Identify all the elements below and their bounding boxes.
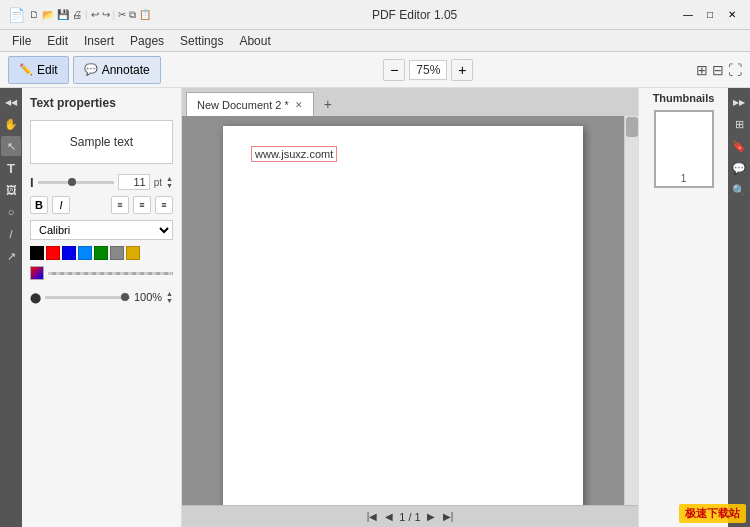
page-navigation: |◀ ◀ 1 / 1 ▶ ▶|: [182, 505, 638, 527]
vertical-scrollbar[interactable]: [624, 116, 638, 505]
gradient-bar: [48, 272, 173, 275]
color-gray[interactable]: [110, 246, 124, 260]
annotate-button[interactable]: 💬 Annotate: [73, 56, 161, 84]
color-green[interactable]: [94, 246, 108, 260]
ti-copy[interactable]: ⧉: [129, 9, 136, 21]
ti-save[interactable]: 💾: [57, 9, 69, 21]
align-center-button[interactable]: ≡: [133, 196, 151, 214]
zoom-in-button[interactable]: +: [451, 59, 473, 81]
close-button[interactable]: ✕: [722, 5, 742, 25]
ti-paste[interactable]: 📋: [139, 9, 151, 21]
properties-panel: Text properties Sample text I 11 pt ▲ ▼ …: [22, 88, 182, 527]
panel-title: Text properties: [30, 96, 173, 110]
fullscreen-icon[interactable]: ⛶: [728, 62, 742, 78]
last-page-button[interactable]: ▶|: [441, 511, 456, 522]
title-bar-left: 📄 🗋 📂 💾 🖨 | ↩ ↪ | ✂ ⧉ 📋: [8, 7, 151, 23]
custom-color-row: [30, 266, 173, 280]
doc-scroll[interactable]: www.jsuxz.comt: [182, 116, 624, 505]
app-icon: 📄: [8, 7, 25, 23]
color-black[interactable]: [30, 246, 44, 260]
ti-print[interactable]: 🖨: [72, 9, 82, 21]
color-red[interactable]: [46, 246, 60, 260]
menu-pages[interactable]: Pages: [122, 32, 172, 50]
fit-page-icon[interactable]: ⊟: [712, 62, 724, 78]
tool-select[interactable]: ↖: [1, 136, 21, 156]
prev-page-button[interactable]: ◀: [383, 511, 395, 522]
thumbnail-page-num: 1: [679, 171, 689, 186]
zoom-control: − 75% +: [383, 59, 473, 81]
tool-arrow[interactable]: ↗: [1, 246, 21, 266]
rtool-bookmark[interactable]: 🔖: [729, 136, 749, 156]
tool-shape[interactable]: ○: [1, 202, 21, 222]
thumbnail-item[interactable]: 1: [654, 110, 714, 188]
custom-color-swatch[interactable]: [30, 266, 44, 280]
ti-redo[interactable]: ↪: [102, 9, 110, 21]
opacity-down[interactable]: ▼: [166, 297, 173, 304]
color-lightblue[interactable]: [78, 246, 92, 260]
font-size-value[interactable]: 11: [118, 174, 150, 190]
page-indicator: 1 / 1: [399, 511, 420, 523]
color-yellow[interactable]: [126, 246, 140, 260]
tool-text[interactable]: T: [1, 158, 21, 178]
next-page-button[interactable]: ▶: [425, 511, 437, 522]
font-selector[interactable]: Calibri Arial Times New Roman: [30, 220, 173, 240]
tab-close-button[interactable]: ✕: [295, 100, 303, 110]
font-size-thumb: [68, 178, 76, 186]
fit-width-icon[interactable]: ⊞: [696, 62, 708, 78]
menu-edit[interactable]: Edit: [39, 32, 76, 50]
edit-button[interactable]: ✏️ Edit: [8, 56, 69, 84]
title-bar: 📄 🗋 📂 💾 🖨 | ↩ ↪ | ✂ ⧉ 📋 PDF Editor 1.05 …: [0, 0, 750, 30]
zoom-value: 75%: [409, 60, 447, 80]
ti-undo[interactable]: ↩: [91, 9, 99, 21]
font-size-down[interactable]: ▼: [166, 182, 173, 189]
minimize-button[interactable]: —: [678, 5, 698, 25]
opacity-stepper[interactable]: ▲ ▼: [166, 290, 173, 304]
menu-insert[interactable]: Insert: [76, 32, 122, 50]
font-size-up[interactable]: ▲: [166, 175, 173, 182]
first-page-button[interactable]: |◀: [365, 511, 380, 522]
main-layout: ◀◀ ✋ ↖ T 🖼 ○ / ↗ Text properties Sample …: [0, 88, 750, 527]
italic-button[interactable]: I: [52, 196, 70, 214]
maximize-button[interactable]: □: [700, 5, 720, 25]
rtool-grid[interactable]: ⊞: [729, 114, 749, 134]
ti-open[interactable]: 📂: [42, 9, 54, 21]
opacity-slider[interactable]: [45, 296, 130, 299]
thumbnails-title: Thumbnails: [653, 92, 715, 104]
opacity-value: 100%: [134, 291, 162, 303]
menu-file[interactable]: File: [4, 32, 39, 50]
rtool-search[interactable]: 🔍: [729, 180, 749, 200]
rtool-comment[interactable]: 💬: [729, 158, 749, 178]
align-left-button[interactable]: ≡: [111, 196, 129, 214]
rtool-expand[interactable]: ▶▶: [729, 92, 749, 112]
color-blue[interactable]: [62, 246, 76, 260]
zoom-out-button[interactable]: −: [383, 59, 405, 81]
text-element[interactable]: www.jsuxz.comt: [251, 146, 337, 162]
tool-pan[interactable]: ✋: [1, 114, 21, 134]
menu-about[interactable]: About: [231, 32, 278, 50]
tool-image[interactable]: 🖼: [1, 180, 21, 200]
align-right-button[interactable]: ≡: [155, 196, 173, 214]
opacity-up[interactable]: ▲: [166, 290, 173, 297]
toolbar-icons: 🗋 📂 💾 🖨 | ↩ ↪ | ✂ ⧉ 📋: [29, 9, 151, 21]
document-page[interactable]: www.jsuxz.comt: [223, 126, 583, 505]
add-tab-button[interactable]: +: [318, 94, 338, 114]
opacity-thumb: [121, 293, 129, 301]
document-tab[interactable]: New Document 2 * ✕: [186, 92, 314, 116]
right-toolbar: ▶▶ ⊞ 🔖 💬 🔍: [728, 88, 750, 527]
font-size-slider[interactable]: [38, 181, 114, 184]
menu-settings[interactable]: Settings: [172, 32, 231, 50]
style-row: B I ≡ ≡ ≡: [30, 196, 173, 214]
tool-collapse[interactable]: ◀◀: [1, 92, 21, 112]
tool-line[interactable]: /: [1, 224, 21, 244]
font-size-icon: I: [30, 175, 34, 190]
font-size-stepper[interactable]: ▲ ▼: [166, 175, 173, 189]
bold-button[interactable]: B: [30, 196, 48, 214]
vscroll-thumb[interactable]: [626, 117, 638, 137]
ti-cut[interactable]: ✂: [118, 9, 126, 21]
font-size-unit: pt: [154, 177, 162, 188]
annotate-icon: 💬: [84, 63, 98, 76]
window-controls: — □ ✕: [678, 5, 742, 25]
font-size-row: I 11 pt ▲ ▼: [30, 174, 173, 190]
window-title: PDF Editor 1.05: [151, 8, 678, 22]
ti-new[interactable]: 🗋: [29, 9, 39, 21]
